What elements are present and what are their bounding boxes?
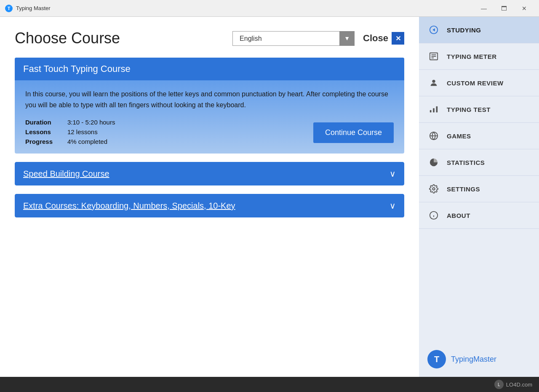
typing-test-icon: [427, 103, 440, 116]
typing-meter-icon: [427, 50, 440, 63]
statistics-icon: [427, 156, 440, 169]
sidebar-item-studying[interactable]: STUDYING: [419, 17, 539, 43]
window-controls: — 🗖 ✕: [474, 2, 534, 15]
chevron-down-icon-extra: ∨: [390, 201, 396, 211]
brand-name: TypingMaster: [451, 355, 496, 364]
app-title: Typing Master: [16, 5, 474, 11]
duration-label: Duration: [25, 119, 67, 126]
svg-rect-6: [430, 110, 432, 113]
page-title: Choose Course: [15, 29, 232, 47]
svg-point-11: [432, 188, 435, 190]
bottom-bar: L LO4D.com: [0, 377, 539, 392]
svg-rect-8: [436, 106, 438, 113]
continue-course-button[interactable]: Continue Course: [313, 122, 394, 143]
maximize-button[interactable]: 🗖: [494, 2, 514, 15]
custom-review-icon: [427, 77, 440, 89]
svg-rect-7: [433, 108, 435, 112]
course-card-speed-building: Speed Building Course ∨: [15, 162, 404, 185]
course-title-speed-building: Speed Building Course: [23, 169, 109, 179]
sidebar-item-custom-review[interactable]: CUSTOM REVIEW: [419, 70, 539, 96]
header-row: Choose Course English Spanish French Ger…: [15, 29, 404, 47]
close-btn-area: Close ✕: [363, 32, 404, 45]
language-select[interactable]: English Spanish French German: [232, 31, 355, 46]
settings-icon: [427, 183, 440, 195]
course-body-fast-touch: In this course, you will learn the posit…: [15, 80, 404, 154]
course-description-fast-touch: In this course, you will learn the posit…: [25, 89, 394, 110]
lo4d-logo: L: [494, 380, 504, 389]
main-container: Choose Course English Spanish French Ger…: [0, 17, 539, 377]
course-title-extra: Extra Courses: Keyboarding, Numbers, Spe…: [23, 201, 235, 211]
course-card-extra: Extra Courses: Keyboarding, Numbers, Spe…: [15, 194, 404, 217]
app-icon: T: [5, 5, 13, 12]
studying-icon: [427, 24, 440, 36]
sidebar-label-about: ABOUT: [447, 212, 470, 219]
sidebar: STUDYING TYPING METER CUST: [419, 17, 539, 377]
course-title-fast-touch: Fast Touch Typing Course: [23, 64, 396, 74]
sidebar-label-settings: SETTINGS: [447, 185, 480, 193]
chevron-down-icon-speed: ∨: [390, 169, 396, 179]
duration-value: 3:10 - 5:20 hours: [67, 119, 115, 126]
close-window-button[interactable]: ✕: [515, 2, 534, 15]
sidebar-item-statistics[interactable]: STATISTICS: [419, 149, 539, 176]
brand-logo: T: [427, 350, 446, 368]
sidebar-label-custom-review: CUSTOM REVIEW: [447, 79, 504, 87]
minimize-button[interactable]: —: [474, 2, 494, 15]
sidebar-item-typing-meter[interactable]: TYPING METER: [419, 43, 539, 70]
about-icon: [427, 209, 440, 222]
progress-label: Progress: [25, 138, 67, 145]
sidebar-item-settings[interactable]: SETTINGS: [419, 176, 539, 202]
sidebar-label-statistics: STATISTICS: [447, 159, 485, 166]
lessons-label: Lessons: [25, 128, 67, 135]
sidebar-item-typing-test[interactable]: TYPING TEST: [419, 96, 539, 123]
close-label: Close: [363, 33, 388, 44]
sidebar-label-typing-meter: TYPING METER: [447, 53, 497, 60]
sidebar-item-games[interactable]: GAMES: [419, 123, 539, 149]
svg-point-5: [432, 80, 435, 83]
lo4d-text: LO4D.com: [506, 381, 532, 388]
sidebar-label-typing-test: TYPING TEST: [447, 106, 491, 113]
course-header-fast-touch[interactable]: Fast Touch Typing Course: [15, 58, 404, 80]
language-select-wrapper: English Spanish French German ▼: [232, 31, 355, 46]
course-header-speed-building[interactable]: Speed Building Course ∨: [15, 162, 404, 185]
sidebar-label-studying: STUDYING: [447, 26, 481, 34]
lessons-value: 12 lessons: [67, 128, 98, 135]
games-icon: [427, 130, 440, 142]
sidebar-label-games: GAMES: [447, 132, 471, 140]
bottom-watermark: L LO4D.com: [494, 380, 532, 389]
sidebar-item-about[interactable]: ABOUT: [419, 202, 539, 229]
sidebar-brand: T TypingMaster: [419, 342, 539, 377]
close-button[interactable]: ✕: [392, 32, 404, 45]
course-card-fast-touch: Fast Touch Typing Course In this course,…: [15, 58, 404, 154]
course-header-extra[interactable]: Extra Courses: Keyboarding, Numbers, Spe…: [15, 194, 404, 217]
title-bar: T Typing Master — 🗖 ✕: [0, 0, 539, 17]
content-area: Choose Course English Spanish French Ger…: [0, 17, 419, 377]
progress-value: 4% completed: [67, 138, 107, 145]
